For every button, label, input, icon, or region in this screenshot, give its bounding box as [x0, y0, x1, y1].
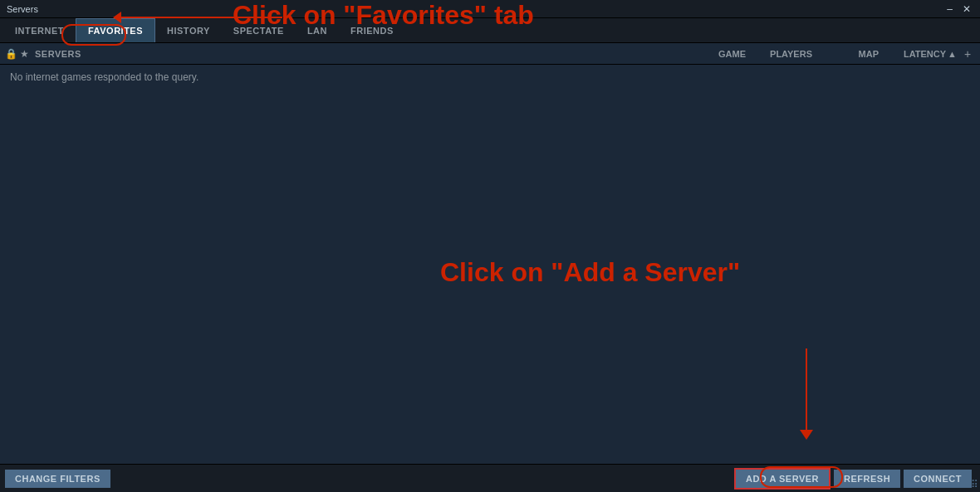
no-results-message: No internet games responded to the query… — [0, 65, 980, 90]
title-bar: Servers – ✕ — [0, 0, 980, 18]
tab-lan[interactable]: LAN — [296, 18, 339, 42]
window-controls: – ✕ — [944, 3, 973, 15]
change-filters-button[interactable]: CHANGE FILTERS — [5, 470, 110, 488]
connect-button[interactable]: CONNECT — [904, 470, 972, 488]
tab-favorites[interactable]: FAVORITES — [76, 18, 155, 42]
col-servers-header: SERVERS — [35, 49, 653, 59]
add-server-button[interactable]: ADD A SERVER — [734, 468, 831, 490]
star-icon: ★ — [20, 48, 35, 60]
nav-tabs: INTERNET FAVORITES HISTORY SPECTATE LAN … — [0, 18, 980, 43]
tab-internet[interactable]: INTERNET — [3, 18, 76, 42]
tab-history[interactable]: HISTORY — [155, 18, 222, 42]
add-column-button[interactable]: + — [960, 47, 975, 61]
col-map-header: MAP — [819, 49, 885, 59]
minimize-button[interactable]: – — [944, 3, 955, 15]
resize-handle: ⠿ — [971, 479, 978, 490]
tab-friends[interactable]: FRIENDS — [339, 18, 405, 42]
sort-arrow-icon: ▲ — [948, 49, 957, 59]
col-players-header: PLAYERS — [752, 49, 819, 59]
server-list: No internet games responded to the query… — [0, 65, 980, 464]
column-headers: 🔒 ★ SERVERS GAME PLAYERS MAP LATENCY ▲ + — [0, 43, 980, 65]
refresh-button[interactable]: REFRESH — [834, 470, 900, 488]
col-game-header: GAME — [653, 49, 752, 59]
window-title: Servers — [7, 4, 38, 14]
tab-spectate[interactable]: SPECTATE — [222, 18, 296, 42]
col-latency-header: LATENCY ▲ — [885, 49, 960, 59]
lock-icon: 🔒 — [5, 48, 20, 60]
close-button[interactable]: ✕ — [960, 3, 973, 15]
bottom-bar: CHANGE FILTERS ADD A SERVER REFRESH CONN… — [0, 464, 980, 492]
